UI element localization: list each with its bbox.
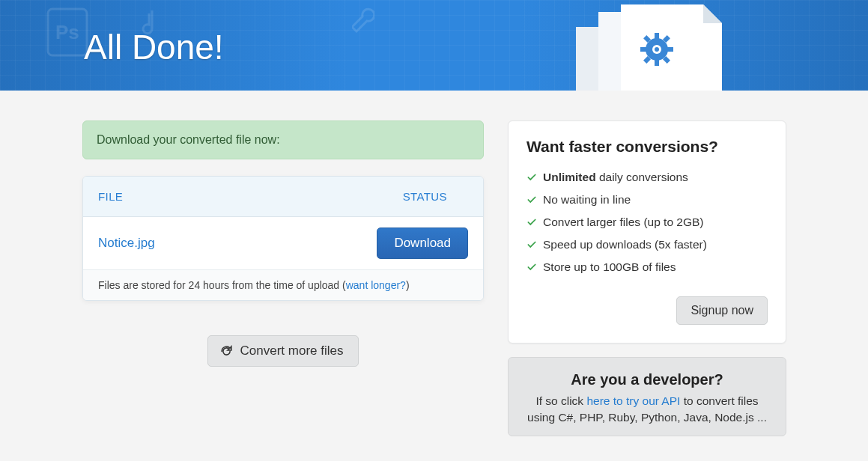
col-status: STATUS: [403, 190, 447, 203]
developer-title: Are you a developer?: [523, 371, 771, 388]
files-table: FILE STATUS Notice.jpg Download Files ar…: [82, 176, 484, 301]
svg-point-10: [655, 47, 659, 52]
upsell-card: Want faster conversions? Unlimited daily…: [508, 120, 786, 344]
download-button[interactable]: Download: [377, 228, 468, 259]
refresh-icon: [220, 345, 233, 358]
check-icon: [526, 195, 537, 205]
list-item: Convert larger files (up to 2GB): [526, 211, 768, 233]
success-alert: Download your converted file now:: [82, 120, 484, 159]
developer-text-prefix: If so click: [535, 394, 586, 407]
developer-card: Are you a developer? If so click here to…: [508, 357, 786, 436]
table-row: Notice.jpg Download: [83, 217, 483, 270]
convert-more-button[interactable]: Convert more files: [207, 335, 359, 367]
table-header: FILE STATUS: [83, 177, 483, 217]
svg-rect-4: [666, 47, 673, 52]
doodle-music-icon: [139, 7, 161, 37]
convert-more-label: Convert more files: [240, 344, 344, 358]
feature-list: Unlimited daily conversions No waiting i…: [526, 166, 768, 278]
upsell-title: Want faster conversions?: [526, 138, 768, 156]
svg-rect-1: [655, 33, 659, 40]
doodle-wrench-icon: [352, 6, 374, 36]
list-item: No waiting in line: [526, 189, 768, 211]
list-item: Unlimited daily conversions: [526, 166, 768, 189]
want-longer-link[interactable]: want longer?: [346, 279, 406, 291]
file-link[interactable]: Notice.jpg: [98, 236, 155, 251]
list-item: Store up to 100GB of files: [526, 256, 768, 278]
hero-banner: All Done!: [0, 0, 868, 91]
check-icon: [526, 172, 537, 183]
api-link[interactable]: here to try our API: [586, 394, 680, 407]
retention-text: Files are stored for 24 hours from the t…: [98, 279, 346, 291]
svg-text:Ps: Ps: [55, 21, 79, 43]
col-file: FILE: [98, 190, 123, 203]
list-item: Speed up downloads (5x faster): [526, 233, 768, 256]
svg-rect-3: [640, 47, 648, 52]
doodle-ps-icon: Ps: [45, 6, 90, 58]
svg-rect-2: [655, 58, 659, 66]
signup-button[interactable]: Signup now: [676, 296, 768, 325]
check-icon: [526, 239, 537, 250]
check-icon: [526, 217, 537, 228]
check-icon: [526, 262, 537, 272]
table-footer: Files are stored for 24 hours from the t…: [83, 270, 483, 300]
hero-illustration: [561, 4, 748, 91]
